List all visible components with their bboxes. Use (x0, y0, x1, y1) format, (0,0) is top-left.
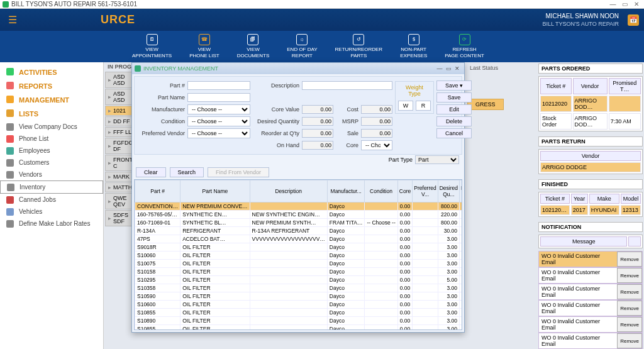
top-bar: ☰ URCE MICHAEL SHAWN NOON BILL TYSON'S A… (0, 9, 644, 31)
notification-row[interactable]: WO 0 Invalid Customer EmailRemove (538, 267, 643, 284)
sidebar-management[interactable]: MANAGEMENT (0, 93, 103, 107)
table-row[interactable]: S10855OIL FILTERDayco0.003.002.003.00 (135, 309, 463, 317)
table-row[interactable]: S10855OIL FILTERDayco0.003.002.003.00 (135, 325, 463, 331)
table-row[interactable]: CONVENTION…NEW PREMIUM CONVE…Dayco0.0080… (135, 202, 463, 211)
sidebar-item-vehicles[interactable]: Vehicles (0, 206, 103, 218)
cost-input[interactable] (361, 105, 392, 114)
manufacturer-select[interactable]: -- Choose -- (187, 104, 250, 114)
save-button[interactable]: Save (436, 92, 472, 102)
ribbon-refresh[interactable]: ⟳REFRESH PAGE CONTENT (445, 34, 484, 59)
sidebar-item-vendors[interactable]: Vendors (0, 169, 103, 180)
part-type-select[interactable]: Part (415, 155, 459, 164)
modal-min-icon[interactable]: — (435, 65, 444, 72)
table-row[interactable]: 47PSACDELCO BAT…VVVVVVVVVVVVVVVVVVV…Dayc… (135, 235, 463, 243)
part-no-input[interactable] (187, 81, 250, 90)
table-row[interactable]: 160-71069-01SYNTHETIC BL…NEW PREMIUM SYN… (135, 219, 463, 227)
table-row[interactable]: 10212020ARRIGO DOD… (540, 96, 641, 112)
table-row[interactable]: S10060OIL FILTERDayco0.003.002.008.77 (135, 252, 463, 260)
reorder-input[interactable] (302, 129, 333, 138)
modal-max-icon[interactable]: ▭ (444, 65, 453, 72)
ribbon-documents[interactable]: 🗐VIEW DOCUMENTS (237, 34, 270, 59)
notification-row[interactable]: WO 0 Invalid Customer EmailRemove (538, 284, 643, 300)
ribbon-appointments[interactable]: 🗓VIEW APPOINTMENTS (132, 34, 172, 59)
search-button[interactable]: Search (170, 167, 204, 177)
remove-button[interactable]: Remove (617, 301, 642, 316)
table-row[interactable]: S10358OIL FILTERDayco0.003.002.003.00 (135, 284, 463, 292)
notification-row[interactable]: WO 0 Invalid Customer EmailRemove (538, 316, 643, 333)
calendar-icon[interactable]: 📅 (628, 14, 639, 26)
parts-return-header: PARTS RETURN (538, 136, 643, 147)
part-name-input[interactable] (187, 93, 250, 102)
ribbon-eod-report[interactable]: ☼END OF DAY REPORT (287, 34, 317, 59)
user-block: MICHAEL SHAWN NOON BILL TYSON'S AUTO REP… (543, 13, 623, 28)
table-row[interactable]: S10158OIL FILTERDayco0.003.002.003.00 (135, 268, 463, 276)
sidebar-item-labor-rates[interactable]: Define Make Labor Rates (0, 218, 103, 230)
delete-button[interactable]: Delete (436, 116, 472, 126)
sale-input[interactable] (361, 129, 392, 138)
clear-button[interactable]: Clear (136, 167, 166, 177)
table-row[interactable]: S10590OIL FILTERDayco0.003.002.003.00 (135, 292, 463, 301)
max-icon[interactable]: ▭ (619, 1, 630, 8)
lbl-reorder: Reorder at Q'ty (253, 130, 299, 136)
core-value-input[interactable] (302, 105, 333, 114)
condition-select[interactable]: -- Choose -- (187, 116, 250, 126)
notification-row[interactable]: WO 0 Invalid Customer EmailRemove (538, 300, 643, 316)
on-hand-input[interactable] (302, 141, 333, 150)
table-row[interactable]: 160-75765-05/…SYNTHETIC EN…NEW SYNTHETIC… (135, 211, 463, 219)
remove-button[interactable]: Remove (617, 333, 642, 348)
description-input[interactable] (302, 81, 392, 90)
table-row[interactable]: S10295OIL FILTERDayco0.005.002.002.00 (135, 276, 463, 284)
rotate-button[interactable]: R (416, 101, 431, 111)
save-dropdown-button[interactable]: Save ▾ (436, 80, 472, 91)
hamburger-icon[interactable]: ☰ (0, 14, 25, 26)
modal-titlebar[interactable]: INVENTORY MANAGEMENT — ▭ ✕ (132, 63, 464, 74)
notification-row[interactable]: WO 0 Invalid Customer EmailRemove (538, 251, 643, 267)
desired-qty-input[interactable] (302, 117, 333, 126)
inventory-grid[interactable]: Part #Part NameDescriptionManufactur...C… (134, 179, 462, 330)
remove-button[interactable]: Remove (617, 268, 642, 283)
modal-close-icon[interactable]: ✕ (453, 65, 462, 72)
sidebar-item-inventory[interactable]: Inventory (0, 180, 103, 194)
sidebar-item-employees[interactable]: Employees (0, 145, 103, 157)
table-row[interactable]: R-134AREFRIGERANTR-134A REFRIGERANTDayco… (135, 227, 463, 235)
parts-return-table[interactable]: VendorARRIGO DODGE (538, 149, 643, 174)
table-row[interactable]: 102120…2017HYUNDAI12313 (540, 205, 641, 215)
find-vendor-button[interactable]: Find From Vendor (208, 167, 269, 177)
table-row[interactable]: ARRIGO DODGE (540, 162, 641, 172)
ribbon-expenses[interactable]: ＄NON-PART EXPENSES (400, 34, 427, 59)
notification-row[interactable]: WO 0 Invalid Customer EmailRemove (538, 333, 643, 349)
sidebar-item-canned-jobs[interactable]: Canned Jobs (0, 194, 103, 206)
core-select[interactable]: -- Choose -- (361, 140, 392, 150)
remove-button[interactable]: Remove (617, 252, 642, 267)
sidebar-reports[interactable]: REPORTS (0, 79, 103, 93)
lbl-manufacturer: Manufacturer (138, 106, 185, 113)
remove-button[interactable]: Remove (617, 284, 642, 299)
ribbon-phone-list[interactable]: ☎VIEW PHONE LIST (189, 34, 219, 59)
close-icon[interactable]: ✕ (631, 1, 641, 8)
remove-button[interactable]: Remove (617, 317, 642, 332)
weight-button[interactable]: W (398, 101, 413, 111)
table-row[interactable]: S10600OIL FILTERDayco0.003.002.003.00 (135, 301, 463, 309)
msrp-input[interactable] (361, 117, 392, 126)
parts-ordered-table[interactable]: Ticket #VendorPromised T…10212020ARRIGO … (538, 76, 643, 131)
sidebar: ACTIVITIES REPORTS MANAGEMENT LISTS View… (0, 62, 104, 349)
sidebar-item-customers[interactable]: Customers (0, 157, 103, 169)
workspace: IN PROGRESS ▸ASD ASD▸ASD ASD▸1021▸DD FF▸… (104, 62, 537, 349)
pref-vendor-select[interactable]: -- Choose -- (187, 128, 250, 138)
min-icon[interactable]: — (608, 1, 618, 8)
table-row[interactable]: Stock OrderARRIGO DOD…7:30 AM (540, 113, 641, 130)
sidebar-item-company-docs[interactable]: View Company Docs (0, 121, 103, 133)
finished-table[interactable]: Ticket #YearMakeModel102120…2017HYUNDAI1… (538, 192, 643, 217)
cancel-button[interactable]: Cancel (436, 128, 472, 138)
sidebar-item-phone-list[interactable]: Phone List (0, 133, 103, 145)
sidebar-activities[interactable]: ACTIVITIES (0, 65, 103, 79)
edit-button[interactable]: Edit (436, 104, 472, 114)
ribbon: 🗓VIEW APPOINTMENTS ☎VIEW PHONE LIST 🗐VIE… (0, 31, 644, 62)
lbl-part-no: Part # (138, 82, 185, 89)
table-row[interactable]: S10890OIL FILTERDayco0.003.002.003.00 (135, 317, 463, 325)
notification-header: NOTIFICATION (538, 222, 643, 232)
ribbon-return-parts[interactable]: ↺RETURN/REORDER PARTS (335, 34, 383, 59)
table-row[interactable]: S9018ROIL FILTERDayco0.003.002.003.00 (135, 243, 463, 252)
table-row[interactable]: S10075OIL FILTERDayco0.003.002.001.00 (135, 260, 463, 268)
sidebar-lists[interactable]: LISTS (0, 107, 103, 121)
